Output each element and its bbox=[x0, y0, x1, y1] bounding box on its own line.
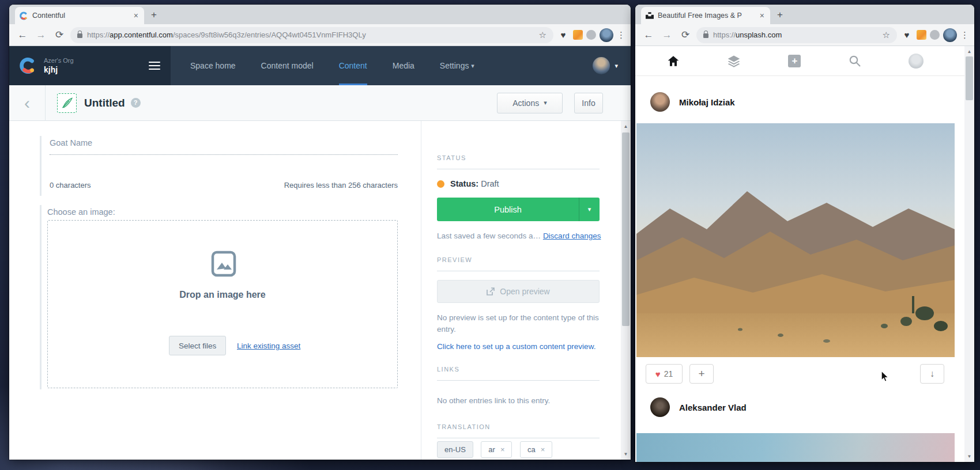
discard-changes-link[interactable]: Discard changes bbox=[543, 232, 601, 240]
like-button[interactable]: ♥ 21 bbox=[646, 364, 683, 384]
unsplash-header: + bbox=[635, 46, 964, 76]
org-switcher[interactable]: Azer's Org kjhj bbox=[9, 46, 171, 85]
hamburger-menu-icon[interactable] bbox=[149, 59, 160, 72]
extension-off-icon[interactable]: off bbox=[930, 30, 940, 40]
setup-preview-link[interactable]: Click here to set up a custom content pr… bbox=[437, 342, 600, 351]
publish-button[interactable]: Publish bbox=[437, 198, 579, 221]
tab-close-icon[interactable]: × bbox=[133, 12, 140, 20]
publish-button-group: Publish ▾ bbox=[437, 198, 600, 221]
browser-tab-unsplash[interactable]: Beautiful Free Images & P × bbox=[641, 7, 770, 24]
bookmark-star-icon[interactable]: ☆ bbox=[539, 30, 546, 40]
scroll-down-icon[interactable]: ▼ bbox=[621, 452, 631, 457]
no-links-text: No other entries link to this entry. bbox=[437, 395, 600, 407]
back-chevron-icon[interactable]: ‹ bbox=[9, 86, 45, 120]
lock-icon bbox=[703, 33, 708, 38]
back-button[interactable]: ← bbox=[641, 29, 656, 41]
search-icon[interactable] bbox=[849, 55, 861, 67]
forward-button[interactable]: → bbox=[33, 29, 48, 41]
browser-menu-icon[interactable]: ⋮ bbox=[960, 30, 968, 40]
address-bar[interactable]: https://app.contentful.com/spaces/9sft8i… bbox=[70, 27, 553, 43]
extension-icon[interactable] bbox=[917, 30, 926, 40]
field-accent-bar bbox=[40, 136, 42, 196]
author-avatar[interactable] bbox=[650, 397, 670, 417]
forward-button[interactable]: → bbox=[659, 29, 674, 41]
photo-partial[interactable] bbox=[636, 433, 955, 462]
nav-media[interactable]: Media bbox=[393, 46, 414, 85]
photo-mountains[interactable] bbox=[636, 123, 955, 357]
author-avatar[interactable] bbox=[650, 92, 670, 112]
image-drop-zone[interactable]: Drop an image here Select files Link exi… bbox=[47, 220, 398, 388]
info-button[interactable]: Info bbox=[574, 93, 603, 113]
reload-button[interactable]: ⟳ bbox=[52, 29, 67, 41]
contentful-browser-window: Contentful × + ← → ⟳ https://app.content… bbox=[9, 5, 631, 460]
locale-pill-en-us[interactable]: en-US bbox=[437, 441, 473, 458]
author-name[interactable]: Aleksander Vlad bbox=[679, 403, 747, 412]
tab-strip: Beautiful Free Images & P × + bbox=[635, 5, 974, 24]
new-tab-button[interactable]: + bbox=[777, 9, 783, 21]
scrollbar-thumb[interactable] bbox=[966, 56, 973, 100]
submit-photo-icon[interactable]: + bbox=[788, 55, 801, 67]
goat-name-label: Goat Name bbox=[50, 138, 92, 147]
last-saved-text: Last saved a few seconds a… bbox=[437, 232, 541, 240]
lock-icon bbox=[77, 33, 82, 38]
image-field-label: Choose an image: bbox=[47, 207, 115, 217]
browser-tab-contentful[interactable]: Contentful × bbox=[15, 7, 144, 24]
nav-content[interactable]: Content bbox=[339, 46, 367, 85]
remove-locale-icon[interactable]: × bbox=[500, 445, 505, 454]
scroll-up-icon[interactable]: ▲ bbox=[621, 124, 631, 129]
entry-header: ‹ Untitled ? Actions▾ Info bbox=[9, 85, 631, 121]
locale-pill-ar[interactable]: ar× bbox=[481, 441, 512, 458]
author-name[interactable]: Mikołaj Idziak bbox=[679, 97, 735, 107]
entry-title: Untitled bbox=[84, 97, 125, 109]
nav-space-home[interactable]: Space home bbox=[190, 46, 236, 85]
actions-button[interactable]: Actions▾ bbox=[497, 93, 563, 113]
nav-content-model[interactable]: Content model bbox=[261, 46, 314, 85]
last-saved-row: Last saved a few seconds a… Discard chan… bbox=[437, 230, 600, 242]
heart-extension-icon[interactable]: ♥ bbox=[557, 30, 570, 40]
new-tab-button[interactable]: + bbox=[151, 9, 157, 21]
locale-pills: en-US ar× ca× bbox=[437, 441, 557, 458]
link-existing-asset-link[interactable]: Link existing asset bbox=[237, 342, 300, 350]
collections-layers-icon[interactable] bbox=[727, 55, 741, 67]
remove-locale-icon[interactable]: × bbox=[541, 445, 545, 454]
browser-profile-avatar[interactable] bbox=[600, 28, 613, 42]
account-menu[interactable]: ▾ bbox=[593, 57, 618, 74]
external-link-icon bbox=[487, 287, 495, 295]
heart-extension-icon[interactable]: ♥ bbox=[900, 30, 913, 40]
scroll-down-icon[interactable]: ▼ bbox=[964, 454, 974, 459]
home-icon[interactable] bbox=[667, 55, 680, 67]
url-text: https://unsplash.com bbox=[713, 31, 878, 39]
goat-name-input[interactable] bbox=[50, 154, 398, 155]
help-icon[interactable]: ? bbox=[131, 98, 141, 108]
scroll-up-icon[interactable]: ▲ bbox=[964, 49, 974, 54]
tab-close-icon[interactable]: × bbox=[759, 12, 766, 20]
select-files-button[interactable]: Select files bbox=[169, 336, 226, 355]
scrollbar[interactable]: ▲ ▼ bbox=[964, 46, 974, 462]
download-button[interactable]: ↓ bbox=[920, 364, 944, 384]
post-author-row[interactable]: Mikołaj Idziak bbox=[650, 92, 735, 112]
browser-menu-icon[interactable]: ⋮ bbox=[617, 30, 625, 40]
extension-off-icon[interactable]: off bbox=[586, 30, 596, 40]
profile-avatar[interactable] bbox=[909, 54, 924, 69]
status-value: Draft bbox=[481, 179, 499, 188]
post-author-row[interactable]: Aleksander Vlad bbox=[650, 397, 747, 417]
bookmark-star-icon[interactable]: ☆ bbox=[883, 30, 890, 40]
address-bar[interactable]: https://unsplash.com ☆ bbox=[696, 27, 897, 43]
no-preview-text: No preview is set up for the content typ… bbox=[437, 312, 600, 335]
extension-icon[interactable] bbox=[573, 30, 583, 40]
publish-dropdown-toggle[interactable]: ▾ bbox=[579, 198, 600, 221]
add-to-collection-button[interactable]: + bbox=[689, 364, 714, 384]
space-name: kjhj bbox=[44, 65, 74, 75]
nav-settings[interactable]: Settings ▾ bbox=[440, 46, 474, 85]
scrollbar-thumb[interactable] bbox=[622, 132, 630, 326]
unsplash-favicon-icon bbox=[646, 12, 654, 20]
tab-title: Contentful bbox=[32, 12, 129, 20]
reload-button[interactable]: ⟳ bbox=[678, 29, 693, 41]
locale-pill-ca[interactable]: ca× bbox=[520, 441, 552, 458]
links-section-heading: LINKS bbox=[437, 366, 600, 381]
browser-profile-avatar[interactable] bbox=[943, 28, 957, 42]
user-avatar[interactable] bbox=[593, 57, 610, 74]
back-button[interactable]: ← bbox=[15, 29, 30, 41]
open-preview-button[interactable]: Open preview bbox=[437, 280, 600, 303]
scrollbar[interactable]: ▲ ▼ bbox=[621, 121, 631, 460]
